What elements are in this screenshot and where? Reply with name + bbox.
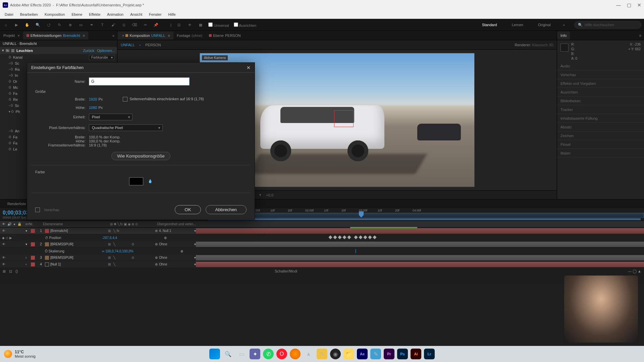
premiere-icon[interactable]: Pr [384, 349, 394, 359]
color-swatch[interactable] [129, 177, 143, 185]
unit-dropdown[interactable]: Pixel [89, 114, 132, 120]
app-icon[interactable]: ✎ [317, 349, 327, 359]
name-input[interactable] [89, 77, 190, 85]
panel-libraries[interactable]: Bibliotheken [557, 97, 644, 105]
app-icon[interactable]: ✎ [370, 349, 381, 359]
layer-prop[interactable]: Ö Skalierung ∞ 100,0,74,0,100,0% ⊚ [0, 248, 644, 254]
comp-nav-back-icon[interactable]: ‹ [140, 43, 141, 47]
menu-file[interactable]: Datei [2, 11, 16, 18]
hand-tool-icon[interactable]: ✋ [24, 22, 30, 28]
tab-effect-controls[interactable]: Effekteinstellungen Bremslicht ≡ [23, 32, 89, 40]
par-dropdown[interactable]: Quadratische Pixel [89, 124, 163, 131]
weather-widget[interactable]: 11°C Meist sonnig [4, 350, 36, 358]
snap-grid-icon[interactable]: ▦ [198, 22, 204, 28]
tab-project[interactable]: Projekt× [0, 32, 23, 40]
menu-composition[interactable]: Komposition [42, 11, 68, 18]
timeline-ruler[interactable]: 00f 10f 20f 01:00f 10f 20f 02:00f 10f 20… [198, 208, 644, 221]
help-search-input[interactable]: 🔍 Hilfe durchsuchen [574, 21, 641, 28]
menu-effects[interactable]: Effekte [86, 11, 103, 18]
workspace-standard[interactable]: Standard [479, 21, 500, 28]
layer-row[interactable]: 👁 ▾ 1 [Bremslicht] ⊞╲fx ⊚4. Null 1▾ [0, 228, 644, 234]
workspace-more[interactable]: » [563, 23, 565, 27]
menu-view[interactable]: Ansicht [127, 11, 145, 18]
anchor-tool-icon[interactable]: ⊕ [67, 22, 73, 28]
lightroom-icon[interactable]: Lr [424, 349, 435, 359]
effect-toggle-icon[interactable]: ▥ [11, 48, 14, 53]
panel-brush[interactable]: Pinsel [557, 140, 644, 149]
exposure-value[interactable]: +0,0 [266, 193, 273, 197]
layer-prop[interactable]: ◆ ◇ ▶ ⏱ Position -287,8,4,4 ⊚ [0, 234, 644, 241]
panel-preview[interactable]: Vorschau [557, 70, 644, 79]
tl-footer-icon[interactable]: {} [15, 269, 18, 273]
photoshop-icon[interactable]: Ps [397, 349, 408, 359]
maximize-icon[interactable]: ▢ [627, 2, 631, 8]
opera-icon[interactable]: O [276, 349, 287, 359]
ok-button[interactable]: OK [175, 205, 201, 214]
menu-help[interactable]: Hilfe [166, 11, 178, 18]
snap-edge-icon[interactable]: ✛ [187, 22, 193, 28]
tab-footage[interactable]: Footage (ohne) [173, 32, 206, 40]
panel-paint[interactable]: Malen [557, 149, 644, 158]
panel-character[interactable]: Zeichen [557, 131, 644, 140]
effect-back[interactable]: Zurück [83, 49, 95, 53]
ae-taskbar-icon[interactable]: Ae [357, 349, 368, 359]
channel-dropdown[interactable]: Farbkanäle [89, 55, 114, 60]
layer-row[interactable]: 👁 › 3 [BREMSSPUR] ⊞╲⊙ ⊚Ohne▾ [0, 254, 644, 261]
tab-info[interactable]: Info [557, 32, 570, 40]
brush-tool-icon[interactable]: 🖌 [110, 22, 116, 28]
align-checkbox[interactable] [234, 22, 238, 27]
snap-vertex-icon[interactable]: ⊡ [176, 22, 182, 28]
prop-channel[interactable]: ÖKanal Farbkanäle [0, 54, 117, 60]
taskview-icon[interactable]: ▭ [236, 349, 247, 359]
close-window-icon[interactable]: ✕ [637, 2, 641, 8]
lock-aspect-checkbox[interactable] [123, 97, 127, 102]
stamp-tool-icon[interactable]: ⎙ [121, 22, 127, 28]
panel-more-icon[interactable]: » [112, 34, 117, 38]
panel-effects-presets[interactable]: Effekte und Vorgaben [557, 79, 644, 88]
comp-nav-person[interactable]: PERSON [145, 43, 161, 47]
rotate-tool-icon[interactable]: ↻ [56, 22, 62, 28]
eyedropper-icon[interactable]: 💧 [148, 179, 153, 183]
dialog-close-icon[interactable]: ✕ [247, 65, 251, 70]
panel-paragraph[interactable]: Absatz [557, 123, 644, 131]
shape-tool-icon[interactable]: ▭ [78, 22, 84, 28]
panel-content-aware[interactable]: Inhaltsbasierte Füllung [557, 114, 644, 123]
explorer-icon[interactable]: 📁 [343, 349, 354, 359]
menu-edit[interactable]: Bearbeiten [17, 11, 41, 18]
effect-options[interactable]: Optionen... [97, 49, 115, 53]
tab-composition[interactable]: × Komposition UNFALL ≡ [117, 32, 173, 40]
illustrator-icon[interactable]: Ai [411, 349, 421, 359]
app-icon[interactable]: ▲ [303, 349, 314, 359]
selection-tool-icon[interactable]: ▶ [13, 22, 19, 28]
tl-footer-icon[interactable]: ⊞ [3, 269, 6, 274]
cancel-button[interactable]: Abbrechen [206, 205, 247, 214]
menu-animation[interactable]: Animation [104, 11, 126, 18]
puppet-tool-icon[interactable]: 📌 [153, 22, 159, 28]
orbit-tool-icon[interactable]: ⭯ [46, 22, 52, 28]
whatsapp-icon[interactable]: ✆ [263, 349, 274, 359]
width-value[interactable]: 1920 [89, 97, 97, 101]
comp-nav-unfall[interactable]: UNFALL [121, 43, 135, 47]
home-icon[interactable]: ⌂ [3, 22, 9, 28]
text-tool-icon[interactable]: T [99, 22, 105, 28]
taskbar-search-icon[interactable]: 🔍 [223, 349, 233, 359]
menu-window[interactable]: Fenster [146, 11, 164, 18]
eraser-tool-icon[interactable]: ⌫ [131, 22, 138, 28]
current-timecode[interactable]: 0;00;03;03 [3, 210, 29, 216]
panel-tracker[interactable]: Tracker [557, 105, 644, 114]
roto-tool-icon[interactable]: ✂ [142, 22, 148, 28]
zoom-tool-icon[interactable]: 🔍 [35, 22, 41, 28]
workspace-learn[interactable]: Lernen [509, 21, 526, 28]
minimize-icon[interactable]: — [616, 2, 621, 8]
workspace-original[interactable]: Original [535, 21, 553, 28]
panel-align[interactable]: Ausrichten [557, 88, 644, 97]
obs-icon[interactable]: ◉ [330, 349, 341, 359]
pen-tool-icon[interactable]: ✒ [89, 22, 95, 28]
panel-audio[interactable]: Audio [557, 62, 644, 70]
tl-footer-icon[interactable]: ⊡ [9, 269, 12, 274]
switches-modes-toggle[interactable]: Schalter/Modi [275, 269, 297, 273]
teams-icon[interactable]: ✦ [250, 349, 260, 359]
tracker-box[interactable] [334, 110, 354, 127]
preview-checkbox[interactable] [35, 207, 40, 212]
make-comp-size-button[interactable]: Wie Kompositionsgröße [111, 152, 170, 160]
